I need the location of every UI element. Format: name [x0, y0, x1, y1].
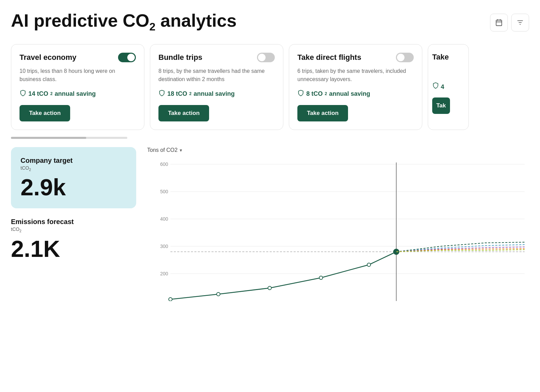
- leaf-icon-4: [432, 83, 441, 90]
- chevron-down-icon[interactable]: ▾: [180, 147, 182, 153]
- emissions-value: 2.1K: [11, 237, 136, 260]
- take-action-btn-4[interactable]: Tak: [432, 97, 450, 114]
- card-title-1: Travel economy: [20, 53, 76, 62]
- toggle-travel-economy[interactable]: [118, 53, 136, 62]
- company-target-sub: tCO2: [21, 165, 127, 172]
- card-header-1: Travel economy: [20, 53, 136, 62]
- toggle-knob-1: [127, 54, 135, 61]
- calendar-button[interactable]: [490, 14, 508, 31]
- card-saving-2: 18 tCO2 annual saving: [158, 90, 275, 98]
- page-title: AI predictive CO2 analytics: [11, 11, 236, 33]
- svg-point-22: [319, 276, 323, 279]
- card-header-4: Take: [432, 53, 464, 62]
- take-action-btn-3[interactable]: Take action: [297, 105, 348, 121]
- card-title-4: Take: [432, 53, 449, 62]
- card-direct-flights: Take direct flights 6 trips, taken by th…: [289, 44, 422, 130]
- toggle-bundle-trips[interactable]: [257, 53, 275, 62]
- card-partial: Take 4 Tak: [428, 44, 469, 130]
- svg-point-19: [169, 298, 172, 301]
- leaf-icon-1: [20, 90, 26, 98]
- company-target-card: Company target tCO2 2.9k: [11, 147, 136, 209]
- card-travel-economy: Travel economy 10 trips, less than 8 hou…: [11, 44, 144, 130]
- company-target-value: 2.9k: [21, 175, 127, 199]
- svg-rect-0: [496, 20, 502, 26]
- svg-text:600: 600: [160, 161, 168, 167]
- company-target-label: Company target: [21, 157, 127, 165]
- card-saving-1: 14 tCO2 annual saving: [20, 90, 136, 98]
- chart-section: Tons of CO2 ▾ 600 500 400 300 200: [144, 147, 529, 301]
- leaf-icon-3: [297, 90, 304, 98]
- card-title-2: Bundle trips: [158, 53, 202, 62]
- svg-point-20: [217, 292, 220, 296]
- card-desc-2: 8 trips, by the same travellers had the …: [158, 67, 275, 83]
- chart-svg: 600 500 400 300 200: [147, 157, 529, 301]
- take-action-btn-1[interactable]: Take action: [20, 105, 70, 121]
- svg-text:200: 200: [160, 271, 168, 276]
- svg-text:400: 400: [160, 216, 168, 222]
- bottom-section: Company target tCO2 2.9k Emissions forec…: [11, 147, 529, 301]
- toggle-direct-flights[interactable]: [396, 53, 414, 62]
- svg-text:500: 500: [160, 189, 168, 194]
- scroll-thumb: [11, 137, 86, 139]
- emissions-forecast-card: Emissions forecast tCO2 2.1K: [11, 217, 136, 262]
- leaf-icon-2: [158, 90, 165, 98]
- left-panel: Company target tCO2 2.9k Emissions forec…: [11, 147, 144, 301]
- card-saving-4: 4: [432, 82, 464, 91]
- cards-section: Travel economy 10 trips, less than 8 hou…: [11, 44, 529, 139]
- svg-text:300: 300: [160, 244, 168, 249]
- chart-container: 600 500 400 300 200: [147, 157, 529, 301]
- card-title-3: Take direct flights: [297, 53, 361, 62]
- header-actions: [490, 14, 529, 31]
- page: AI predictive CO2 analytics: [0, 0, 540, 392]
- emissions-sub: tCO2: [11, 226, 136, 233]
- filter-button[interactable]: [511, 14, 529, 31]
- chart-dropdown-label: Tons of CO2: [147, 147, 178, 153]
- scroll-track: [11, 137, 127, 139]
- svg-point-21: [268, 286, 271, 290]
- take-action-btn-2[interactable]: Take action: [158, 105, 209, 121]
- emissions-label: Emissions forecast: [11, 218, 136, 226]
- chart-header: Tons of CO2 ▾: [147, 147, 529, 153]
- toggle-knob-3: [397, 54, 404, 61]
- toggle-knob-2: [258, 54, 266, 61]
- card-saving-3: 8 tCO2 annual saving: [297, 90, 414, 98]
- card-header-3: Take direct flights: [297, 53, 414, 62]
- card-bundle-trips: Bundle trips 8 trips, by the same travel…: [150, 44, 283, 130]
- card-desc-3: 6 trips, taken by the same travelers, in…: [297, 67, 414, 83]
- card-desc-1: 10 trips, less than 8 hours long were on…: [20, 67, 136, 83]
- header: AI predictive CO2 analytics: [11, 11, 529, 33]
- card-header-2: Bundle trips: [158, 53, 275, 62]
- cards-scroll: Travel economy 10 trips, less than 8 hou…: [11, 44, 529, 133]
- svg-point-23: [367, 263, 371, 266]
